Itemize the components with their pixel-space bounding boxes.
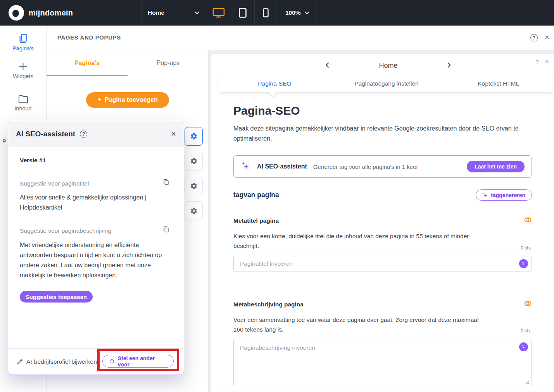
sidebar-item-label: Inhoud — [0, 105, 46, 112]
chevron-down-icon[interactable] — [194, 0, 200, 26]
update-ai-profile-link[interactable]: AI-bedrijfsprofiel bijwerken — [17, 358, 97, 365]
folder-icon — [18, 98, 29, 105]
topbar: mijndomein Home 100% — [0, 0, 554, 26]
meta-description-input[interactable] — [233, 339, 532, 386]
ai-seo-assistant-popup: AI SEO-assistent ? × Versie #1 Suggestie… — [8, 121, 184, 375]
desktop-view-icon[interactable] — [212, 0, 226, 26]
popup-header: AI SEO-assistent ? × — [8, 121, 184, 147]
page-intro: Maak deze sitepagina gemakkelijker vindb… — [233, 124, 520, 144]
generate-tag-button[interactable]: taggenereren — [476, 189, 532, 201]
highlight-annotation-box — [97, 349, 179, 371]
zoom-chevron-down-icon[interactable] — [304, 0, 310, 26]
tag-section-title: tagvan pagina — [233, 191, 279, 199]
clipped-sidebar-label: P — [2, 138, 6, 144]
resize-handle-icon[interactable] — [525, 379, 530, 386]
chevron-right-icon[interactable] — [447, 62, 451, 69]
page-settings-button[interactable] — [185, 152, 203, 170]
meta-title-input[interactable] — [233, 256, 532, 272]
meta-title-description: Kies voor een korte, duidelijke titel di… — [233, 231, 482, 251]
title-suggestion-text: Alles voor snelle & gemakkelijke oplossi… — [20, 193, 162, 213]
gear-icon — [190, 132, 198, 140]
gear-icon — [190, 207, 198, 215]
sidebar-item-paginas[interactable]: Pagina's — [0, 33, 46, 52]
ai-generate-icon[interactable] — [519, 259, 528, 268]
page-title: Pagina-SEO — [233, 104, 300, 117]
update-ai-profile-label: AI-bedrijfsprofiel bijwerken — [26, 358, 97, 365]
link-icon[interactable] — [524, 299, 532, 309]
panel-header: PAGES AND POPUPS ? × — [47, 26, 554, 50]
chevron-left-icon[interactable] — [325, 62, 329, 69]
ai-assistant-banner: AI SEO-assistent Genereer tag voor alle … — [233, 155, 532, 178]
meta-description-description: Voer een samenvatting toe van waar deze … — [233, 315, 482, 334]
app-root: mijndomein Home 100% Pagina's — [0, 0, 554, 392]
banner-title: AI SEO-assistent — [257, 163, 307, 170]
phone-view-icon[interactable] — [262, 0, 269, 26]
tab-paginas[interactable]: Pagina's — [47, 50, 128, 76]
gear-icon — [190, 182, 198, 190]
current-page-name: Home — [379, 62, 397, 70]
meta-description-char-count: 0 ch. — [521, 328, 531, 334]
mijndomein-logo-icon — [9, 5, 24, 21]
sidebar-item-label: Widgets — [0, 73, 46, 79]
ai-generate-icon[interactable] — [519, 342, 528, 351]
active-tab-underline — [47, 75, 128, 76]
add-page-button-label: Pagina toevoegen — [105, 96, 158, 103]
tab-paginatoegang[interactable]: Paginatoegang instellen — [331, 75, 443, 92]
banner-text: Genereer tag voor alle pagina's in 1 kee… — [313, 163, 461, 170]
pages-icon — [18, 38, 28, 45]
page-settings-button[interactable] — [185, 177, 203, 195]
add-page-button[interactable]: + Pagina toevoegen — [86, 92, 169, 108]
zoom-level-dropdown[interactable]: 100% — [285, 9, 301, 16]
help-icon[interactable]: ? — [80, 131, 87, 138]
sidebar-item-label: Pagina's — [0, 45, 46, 52]
title-suggestion-label: Suggestie voor paginatitel — [20, 180, 89, 187]
brand-name: mijndomein — [29, 9, 73, 17]
tablet-view-icon[interactable] — [238, 0, 247, 26]
meta-description-label: Metabeschrijving pagina — [233, 301, 304, 308]
page-selector-dropdown[interactable]: Home — [148, 9, 164, 16]
show-me-button[interactable]: Laat het me zien — [467, 161, 525, 172]
pages-popups-tabs: Pagina's Pop-ups — [47, 50, 209, 76]
help-icon[interactable]: ? — [530, 34, 538, 41]
popup-title: AI SEO-assistent — [16, 130, 75, 138]
sidebar-item-inhoud[interactable]: Inhoud — [0, 94, 46, 112]
close-icon[interactable]: × — [171, 129, 176, 139]
meta-title-char-count: 0 ch. — [521, 245, 531, 251]
page-settings-button[interactable] — [185, 127, 203, 146]
close-icon[interactable]: × — [545, 33, 549, 41]
plus-icon: + — [97, 95, 102, 104]
sparkles-icon — [482, 192, 488, 198]
copy-icon[interactable] — [162, 179, 170, 187]
help-icon[interactable]: ? — [536, 59, 539, 65]
generate-tag-label: taggenereren — [491, 192, 525, 198]
panel-title: PAGES AND POPUPS — [57, 34, 121, 41]
sparkles-icon — [241, 161, 251, 172]
pencil-icon — [17, 358, 23, 365]
apply-suggestions-button[interactable]: Suggesties toepassen — [20, 291, 93, 303]
plus-icon — [18, 66, 28, 73]
seo-tabs: Pagina-SEO Paginatoegang instellen Kopte… — [219, 75, 554, 92]
link-icon[interactable] — [524, 216, 532, 225]
sidebar-item-widgets[interactable]: Widgets — [0, 61, 46, 79]
tab-popups[interactable]: Pop-ups — [128, 50, 209, 76]
description-suggestion-label: Suggestie voor paginabeschrijving — [20, 227, 111, 234]
close-icon[interactable]: × — [545, 58, 549, 66]
page-settings-button[interactable] — [185, 201, 203, 220]
gear-icon — [190, 157, 198, 165]
page-navigator: Home — [325, 62, 451, 70]
version-label: Versie #1 — [20, 157, 46, 164]
meta-title-label: Metatitel pagina — [233, 217, 279, 224]
seo-detail-card: ? × Home Pagina-SEO Paginatoegang instel… — [211, 53, 554, 392]
tab-koptekst-html[interactable]: Koptekst HTML — [442, 75, 554, 92]
copy-icon[interactable] — [162, 226, 170, 235]
description-suggestion-text: Met vriendelijke ondersteuning en effici… — [20, 240, 169, 280]
